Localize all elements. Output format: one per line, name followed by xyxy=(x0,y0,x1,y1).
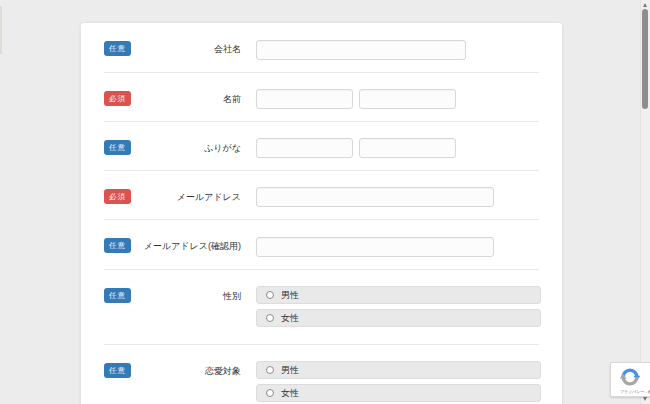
radio-icon[interactable] xyxy=(266,314,274,322)
radio-label: 男性 xyxy=(281,286,299,304)
optional-badge: 任意 xyxy=(104,41,131,56)
radio-label: 女性 xyxy=(281,384,299,402)
scroll-up-arrow-icon[interactable] xyxy=(643,3,647,7)
form-row-company: 任意 会社名 xyxy=(81,23,562,72)
form-row-gender: 任意 性別 男性 女性 xyxy=(81,270,562,344)
radio-icon[interactable] xyxy=(266,291,274,299)
scroll-down-arrow-icon[interactable] xyxy=(643,397,647,401)
radio-icon[interactable] xyxy=(266,366,274,374)
controls-email-confirm xyxy=(256,236,494,257)
love-interest-male-option[interactable]: 男性 xyxy=(256,361,541,379)
required-badge: 必須 xyxy=(104,91,131,106)
radio-label: 男性 xyxy=(281,361,299,379)
form-row-name: 必須 名前 xyxy=(81,73,562,121)
field-label-email-confirm: メールアドレス(確認用) xyxy=(131,236,241,256)
page: 任意 会社名 必須 名前 任意 ふりがな xyxy=(0,0,650,404)
furigana-first-input[interactable] xyxy=(359,138,456,158)
form-row-email: 必須 メールアドレス xyxy=(81,171,562,220)
controls-gender: 男性 女性 xyxy=(256,286,541,327)
optional-badge: 任意 xyxy=(104,288,131,303)
form-row-email-confirm: 任意 メールアドレス(確認用) xyxy=(81,220,562,269)
email-confirm-input[interactable] xyxy=(256,237,494,257)
controls-furigana xyxy=(256,138,456,158)
last-name-input[interactable] xyxy=(256,89,353,109)
field-label-gender: 性別 xyxy=(131,286,241,306)
love-interest-female-option[interactable]: 女性 xyxy=(256,384,541,402)
email-input[interactable] xyxy=(256,187,494,207)
controls-company xyxy=(256,39,466,60)
scrollbar-thumb[interactable] xyxy=(642,9,648,109)
scrollbar[interactable] xyxy=(640,0,650,404)
recaptcha-privacy-terms[interactable]: プライバシー - 利用規約 xyxy=(614,389,650,394)
field-label-name: 名前 xyxy=(131,89,241,109)
optional-badge: 任意 xyxy=(104,238,131,253)
optional-badge: 任意 xyxy=(104,363,131,378)
field-label-email: メールアドレス xyxy=(131,187,241,207)
window-edge-artifact xyxy=(0,6,2,54)
controls-name xyxy=(256,89,456,109)
gender-female-option[interactable]: 女性 xyxy=(256,309,541,327)
furigana-last-input[interactable] xyxy=(256,138,353,158)
field-label-furigana: ふりがな xyxy=(131,138,241,158)
form-card: 任意 会社名 必須 名前 任意 ふりがな xyxy=(80,22,563,404)
controls-love-interest: 男性 女性 xyxy=(256,361,541,402)
company-name-input[interactable] xyxy=(256,40,466,60)
required-badge: 必須 xyxy=(104,189,131,204)
gender-male-option[interactable]: 男性 xyxy=(256,286,541,304)
first-name-input[interactable] xyxy=(359,89,456,109)
recaptcha-badge[interactable]: プライバシー - 利用規約 xyxy=(610,362,650,397)
form-row-furigana: 任意 ふりがな xyxy=(81,122,562,170)
form-row-love-interest: 任意 恋愛対象 男性 女性 xyxy=(81,345,562,404)
recaptcha-icon xyxy=(619,366,641,388)
radio-icon[interactable] xyxy=(266,389,274,397)
optional-badge: 任意 xyxy=(104,140,131,155)
field-label-company: 会社名 xyxy=(131,39,241,59)
radio-label: 女性 xyxy=(281,309,299,327)
controls-email xyxy=(256,187,494,208)
field-label-love-interest: 恋愛対象 xyxy=(131,361,241,381)
